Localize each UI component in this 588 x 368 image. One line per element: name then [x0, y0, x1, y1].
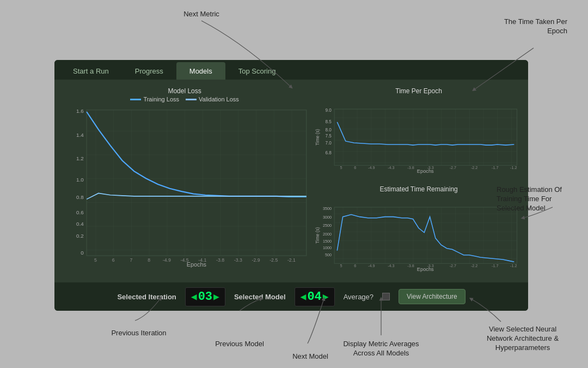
view-architecture-button[interactable]: View Architecture	[399, 289, 465, 304]
charts-right: Time Per Epoch 9.0 8.5 8.0 7.5 7.0	[315, 85, 523, 277]
estimated-time-svg: 3500 3000 2500 2000 1500 1000 500 Time (…	[315, 194, 523, 288]
tab-progress[interactable]: Progress	[122, 62, 176, 80]
model-value: 04	[307, 290, 321, 304]
annotation-previous-iteration: Previous Iteration	[90, 329, 188, 338]
model-loss-chart: Model Loss Training Loss Validation Loss	[60, 85, 309, 277]
svg-text:6.8: 6.8	[326, 150, 332, 155]
svg-rect-24	[334, 109, 517, 165]
iteration-right-arrow[interactable]: ▶	[213, 291, 219, 303]
svg-text:8.5: 8.5	[326, 119, 332, 124]
tab-bar: Start a Run Progress Models Top Scoring	[54, 60, 528, 80]
svg-text:-3.8: -3.8	[216, 257, 224, 263]
svg-text:Time (s): Time (s)	[315, 227, 320, 243]
svg-text:0.4: 0.4	[76, 221, 84, 227]
svg-text:-3.8: -3.8	[407, 264, 414, 269]
svg-text:500: 500	[325, 252, 332, 257]
svg-text:-1.2: -1.2	[510, 264, 517, 269]
svg-text:-4.3: -4.3	[388, 264, 394, 269]
tab-start-a-run[interactable]: Start a Run	[60, 62, 122, 80]
svg-text:1.2: 1.2	[76, 155, 84, 161]
iteration-value: 03	[198, 290, 212, 304]
svg-text:-2.2: -2.2	[471, 264, 477, 269]
svg-text:1.4: 1.4	[76, 132, 84, 138]
svg-text:3000: 3000	[323, 215, 332, 220]
svg-text:1.6: 1.6	[76, 108, 84, 114]
annotation-rough-estimation: Rough Estimation Of Training Time For Se…	[497, 185, 578, 213]
selected-model-label: Selected Model	[234, 293, 286, 301]
model-loss-svg: 1.6 1.4 1.2 1.0 0.8 0.6 0.4 0.2 0 Epochs…	[60, 104, 309, 277]
estimated-time-title: Estimated Time Remaining	[315, 183, 523, 194]
svg-text:-2.7: -2.7	[450, 264, 456, 269]
svg-rect-0	[87, 110, 307, 256]
svg-text:-4.9: -4.9	[163, 257, 171, 263]
svg-text:7.0: 7.0	[326, 141, 332, 146]
main-content: Model Loss Training Loss Validation Loss	[54, 80, 528, 282]
svg-text:-1.7: -1.7	[492, 264, 498, 269]
time-per-epoch-chart: Time Per Epoch 9.0 8.5 8.0 7.5 7.0	[315, 85, 523, 179]
tab-top-scoring[interactable]: Top Scoring	[225, 62, 289, 80]
svg-text:5: 5	[340, 264, 342, 269]
svg-text:-4.9: -4.9	[368, 264, 375, 269]
svg-text:Time (s): Time (s)	[315, 129, 320, 145]
svg-text:1000: 1000	[323, 245, 332, 250]
tab-models[interactable]: Models	[176, 62, 225, 80]
svg-text:6: 6	[354, 166, 356, 171]
svg-text:5: 5	[340, 166, 342, 171]
svg-rect-44	[334, 207, 517, 263]
svg-text:-4.3: -4.3	[388, 166, 394, 171]
annotation-view-selected: View Selected Neural Network Architectur…	[479, 325, 566, 353]
svg-text:8: 8	[148, 257, 150, 263]
svg-text:1500: 1500	[323, 239, 332, 244]
svg-text:-4.5: -4.5	[181, 257, 189, 263]
selected-iteration-label: Selected Iteration	[117, 293, 176, 301]
svg-text:0.2: 0.2	[76, 233, 84, 239]
svg-text:6: 6	[354, 264, 356, 269]
iteration-left-arrow[interactable]: ◀	[191, 291, 197, 303]
svg-text:6: 6	[112, 257, 115, 263]
svg-text:-3.3: -3.3	[234, 257, 242, 263]
annotation-previous-model: Previous Model	[207, 340, 272, 349]
svg-text:-1.7: -1.7	[492, 166, 498, 171]
annotation-next-metric: Next Metric	[169, 10, 234, 19]
app-window: Start a Run Progress Models Top Scoring …	[54, 60, 528, 311]
svg-text:-2.7: -2.7	[450, 166, 456, 171]
model-right-arrow[interactable]: ▶	[323, 291, 329, 303]
svg-text:2000: 2000	[323, 232, 332, 237]
average-checkbox[interactable]	[382, 293, 390, 300]
svg-text:-3.3: -3.3	[427, 264, 434, 269]
annotation-display-metric: Display Metric Averages Across All Model…	[338, 340, 425, 358]
svg-text:9.0: 9.0	[326, 108, 332, 113]
svg-text:0: 0	[81, 250, 84, 256]
svg-text:-2.1: -2.1	[287, 257, 296, 263]
svg-text:0.8: 0.8	[76, 194, 84, 200]
legend-training-loss: Training Loss	[143, 96, 179, 102]
svg-text:-4.9: -4.9	[368, 166, 375, 171]
svg-text:-2.5: -2.5	[270, 257, 278, 263]
svg-text:0.6: 0.6	[76, 209, 84, 215]
svg-text:-2.9: -2.9	[252, 257, 260, 263]
svg-text:3500: 3500	[323, 206, 332, 211]
svg-text:2500: 2500	[323, 223, 332, 228]
svg-text:7: 7	[130, 257, 132, 263]
svg-text:-4.1: -4.1	[198, 257, 206, 263]
annotation-next-model: Next Model	[283, 352, 338, 361]
svg-text:5: 5	[94, 257, 97, 263]
legend-validation-loss: Validation Loss	[199, 96, 239, 102]
svg-text:1.0: 1.0	[76, 177, 84, 183]
time-per-epoch-title: Time Per Epoch	[315, 85, 523, 96]
svg-text:8.0: 8.0	[326, 128, 332, 132]
svg-text:-1.2: -1.2	[510, 166, 517, 171]
svg-text:-2.2: -2.2	[471, 166, 477, 171]
annotation-time-taken: The Time Taken Per Epoch	[491, 17, 567, 36]
estimated-time-chart: Estimated Time Remaining 3500 3000 2500 …	[315, 183, 523, 277]
time-per-epoch-svg: 9.0 8.5 8.0 7.5 7.0 6.8 Time (s) Epochs …	[315, 96, 523, 190]
svg-text:-3.3: -3.3	[427, 166, 434, 171]
average-label: Average?	[344, 293, 373, 301]
svg-text:7.5: 7.5	[326, 134, 332, 138]
model-loss-title: Model Loss	[60, 85, 309, 96]
selected-iteration-display: ◀ 03 ▶	[185, 287, 225, 306]
svg-text:-3.8: -3.8	[407, 166, 414, 171]
model-left-arrow[interactable]: ◀	[301, 291, 307, 303]
